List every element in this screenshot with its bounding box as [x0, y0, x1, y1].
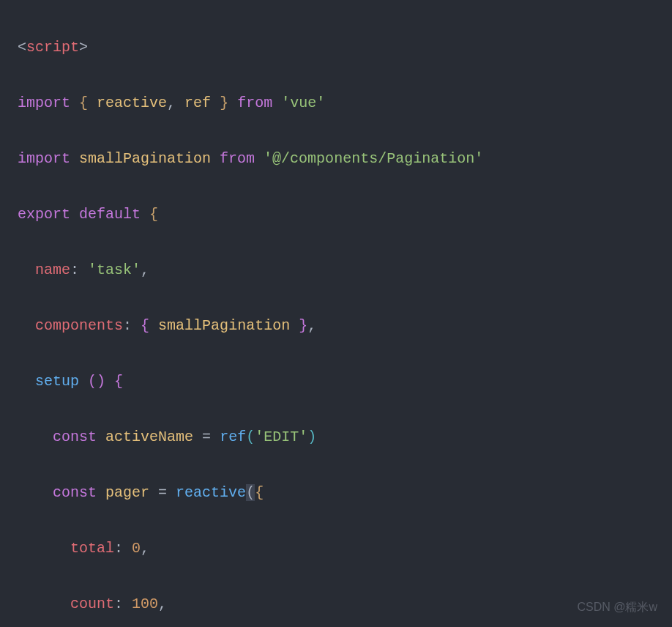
function-call: ref — [220, 428, 246, 445]
tag-bracket: > — [79, 39, 88, 56]
code-line: const activeName = ref('EDIT') — [18, 423, 672, 451]
code-line: export default { — [18, 201, 672, 229]
brace: { — [114, 373, 123, 390]
equals: = — [202, 428, 211, 445]
code-editor[interactable]: <script> import { reactive, ref } from '… — [0, 6, 672, 627]
string-literal: 'EDIT' — [255, 428, 307, 445]
parens: () — [88, 373, 105, 390]
export-keyword: export — [18, 206, 70, 223]
function-call: reactive — [176, 484, 246, 501]
code-line: count: 100, — [18, 590, 672, 618]
brace: } — [220, 94, 228, 111]
code-line: import smallPagination from '@/component… — [18, 145, 672, 173]
brace: { — [149, 206, 158, 223]
colon: : — [123, 317, 132, 334]
script-tag: script — [26, 39, 79, 56]
from-keyword: from — [237, 94, 272, 111]
variable: pager — [105, 484, 149, 501]
brace: { — [255, 484, 264, 501]
string-literal: '@/components/Pagination' — [264, 150, 483, 167]
watermark: CSDN @糯米w — [577, 596, 657, 618]
comma: , — [307, 317, 316, 334]
property: components — [35, 317, 123, 334]
equals: = — [158, 484, 167, 501]
default-keyword: default — [79, 206, 141, 223]
import-keyword: import — [18, 150, 70, 167]
paren-highlighted: ( — [246, 484, 255, 501]
tag-bracket: < — [18, 39, 26, 56]
code-line: <script> — [18, 34, 672, 62]
number-literal: 100 — [132, 596, 158, 612]
property: total — [70, 540, 114, 557]
paren: ( — [246, 428, 255, 445]
identifier: smallPagination — [79, 150, 211, 167]
identifier: ref — [184, 94, 211, 111]
from-keyword: from — [220, 150, 255, 167]
identifier: reactive — [97, 94, 167, 111]
brace: } — [299, 317, 307, 334]
colon: : — [70, 261, 79, 278]
comma: , — [167, 94, 176, 111]
import-keyword: import — [18, 94, 70, 111]
comma: , — [141, 540, 149, 557]
brace: { — [79, 94, 88, 111]
code-line: components: { smallPagination }, — [18, 312, 672, 340]
code-line: setup () { — [18, 368, 672, 396]
const-keyword: const — [53, 428, 97, 445]
code-line: const pager = reactive({ — [18, 479, 672, 507]
variable: activeName — [105, 428, 193, 445]
paren: ) — [307, 428, 316, 445]
comma: , — [158, 596, 167, 612]
code-line: import { reactive, ref } from 'vue' — [18, 89, 672, 117]
const-keyword: const — [53, 484, 97, 501]
number-literal: 0 — [132, 540, 141, 557]
brace: { — [141, 317, 149, 334]
method-name: setup — [35, 373, 79, 390]
property: name — [35, 261, 70, 278]
colon: : — [114, 540, 123, 557]
code-line: total: 0, — [18, 535, 672, 563]
identifier: smallPagination — [158, 317, 290, 334]
string-literal: 'task' — [88, 261, 141, 278]
code-line: name: 'task', — [18, 256, 672, 284]
property: count — [70, 596, 114, 612]
string-literal: 'vue' — [281, 94, 325, 111]
comma: , — [141, 261, 149, 278]
colon: : — [114, 596, 123, 612]
